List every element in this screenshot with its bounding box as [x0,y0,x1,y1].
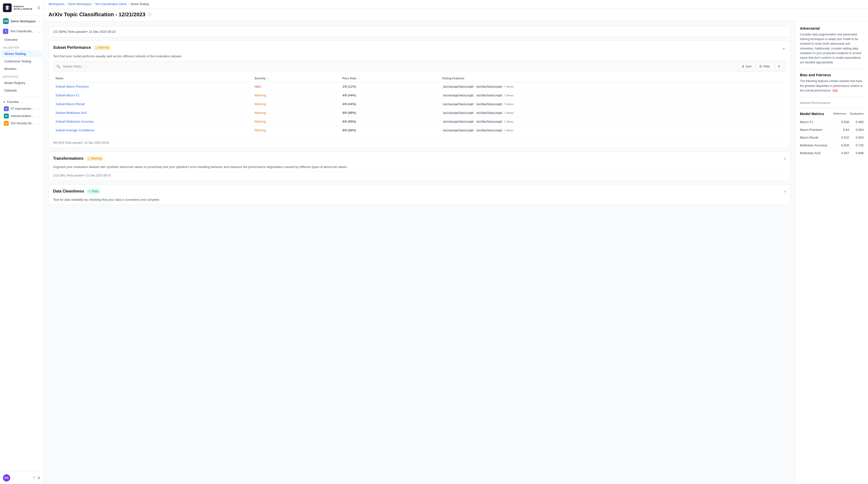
bias-fairness-title: Bias and Fairness [800,73,864,77]
metric-row: Macro Recall 0.522 0.454 [800,134,864,142]
fav-item[interactable]: M massimoaufiero-d... → [3,112,40,120]
section-title-row-trans: Transformations △ Warning [53,156,104,161]
project-item[interactable]: T Text Classificatio... ... [0,27,43,36]
feature-tag: text.MaxTokenLength [475,120,503,123]
others-tag: 7 others [504,120,514,123]
section-header-transformations[interactable]: Transformations △ Warning › [49,152,790,165]
nav-item-overview[interactable]: Overview [1,36,42,43]
nav-item-continuous-testing[interactable]: Continuous Testing [1,58,42,65]
metric-name: Multiclass Accuracy [800,143,835,147]
fav-name: ST improvements ... [11,107,35,110]
failing-features-cell: text.AverageTokenLengthtext.MaxTokenLeng… [440,100,786,109]
subset-perf-label: Subset Performance [800,101,864,105]
breadcrumb-text-classification[interactable]: Text Classification Demo [95,2,127,6]
failing-features-cell: text.AverageTokenLengthtext.MaxTokenLeng… [440,109,786,117]
metric-evaluation: 0.898 [849,151,864,155]
test-name-link[interactable]: Subset Macro Recall [56,102,85,106]
metric-reference: 0.64 [835,128,849,132]
fav-avatar: S [4,106,9,111]
main-content: Workspaces / Demo Workspace / Text Class… [44,0,868,484]
severity-cell: Alert [252,82,340,91]
chevron-down-icon: ⌄ [21,101,24,104]
favorites-header[interactable]: ★ Favorites ⌄ [3,100,40,104]
test-name-link[interactable]: Subset Average Confidence [56,129,95,132]
project-menu-icon[interactable]: ... [38,29,40,33]
metric-row: Multiclass Accuracy 0.826 0.725 [800,142,864,149]
metric-name: Macro Recall [800,136,835,139]
section-header-cleanliness[interactable]: Data Cleanliness ✓ Pass › [49,184,790,198]
fav-item[interactable]: G GAI Security Demo → [3,120,40,127]
metric-name: Macro Precision [800,128,835,132]
nav-item-datasets[interactable]: Datasets [1,87,42,94]
section-desc-subset: Test that your model performs equally we… [49,54,790,61]
fav-name: GAI Security Demo [11,122,35,125]
search-input[interactable] [63,64,737,68]
search-icon: 🔍 [56,64,60,68]
section-title-row: Subset Performance △ Warning [53,45,111,50]
nav-item-model-registry[interactable]: Model Registry [1,79,42,86]
workspace-avatar: DW [3,18,9,24]
project-name: Text Classificatio... [10,30,36,33]
pass-rate-cell: 4/9 (44%) [340,91,440,100]
fav-name: massimoaufiero-d... [11,114,35,118]
logo-icon [3,3,12,12]
metric-reference: 0.522 [835,136,849,139]
info-icon[interactable]: ⓘ [148,12,152,17]
main-panel: 1/2 (50%) Tests passed • 21 Dec 2023 09:… [44,21,795,484]
settings-button[interactable]: ⚙ [775,63,783,70]
checkmark-icon: ✓ [89,190,91,193]
section-title-transformations: Transformations [53,156,84,161]
fav-item[interactable]: S ST improvements ... → [3,105,40,112]
warning-triangle-icon: △ [88,157,90,160]
pass-rate-cell: 8/9 (89%) [340,109,440,117]
col-pass-rate[interactable]: Pass Rate ↑ [340,75,440,82]
feature-tag: text.MaxTokenLength [475,103,503,106]
metric-row: Multiclass AUC 0.937 0.898 [800,149,864,157]
col-evaluation-label: Evaluation [850,112,864,115]
feature-tag: text.MaxTokenLength [475,94,503,97]
sidebar-toggle[interactable]: ☰ [37,6,40,10]
section-subset-performance: Subset Performance △ Warning ⌄ Test that… [49,40,790,148]
fav-avatar: G [4,121,9,126]
feature-tag: text.AverageTokenLength [442,85,475,88]
badge-warning-subset: △ Warning [93,45,111,50]
metric-evaluation: 0.454 [849,136,864,139]
col-reference-label: Reference [833,112,846,115]
right-divider-2 [800,97,864,97]
test-name-link[interactable]: Subset Macro Precision [56,85,89,88]
highlight-text: text [832,89,838,92]
sort-button[interactable]: ⇵ Sort [739,63,754,70]
feature-tag: text.AverageTokenLength [442,129,475,132]
test-name-link[interactable]: Subset Multiclass Accuracy [56,120,94,123]
share-icon[interactable]: → [37,122,39,125]
pass-rate-cell: 1/9 (11%) [340,82,440,91]
nav-item-stress-testing[interactable]: Stress Testing [1,50,42,57]
col-failing-features: Failing Features [440,75,786,82]
user-avatar[interactable]: KK [3,474,10,482]
others-tag: 7 others [504,103,514,106]
feature-tag: text.MaxTokenLength [475,111,503,115]
right-panel: Adversarial Consider data augmentation a… [795,21,868,484]
col-severity[interactable]: Severity ↓ [252,75,340,82]
help-icon[interactable]: ? [33,476,35,480]
chevron-right-icon: › [784,188,786,194]
table-row: Subset Average Confidence Warning 8/9 (8… [53,126,786,135]
section-transformations: Transformations △ Warning › Augment your… [49,151,790,181]
share-icon[interactable]: → [37,114,39,118]
feature-tag: text.AverageTokenLength [442,111,475,115]
filter-button[interactable]: ☰ Filter [756,63,773,70]
sidebar: ROBUST INTELLIGENCE ☰ DW Demo Workspace … [0,0,44,484]
test-name-link[interactable]: Subset Multiclass AUC [56,111,88,115]
settings-icon[interactable]: ⚙ [37,476,40,480]
test-name-link[interactable]: Subset Macro F1 [56,93,80,97]
share-icon[interactable]: → [37,107,39,110]
workspace-selector[interactable]: DW Demo Workspace ⌄ [0,16,43,27]
section-header-subset[interactable]: Subset Performance △ Warning ⌄ [49,41,790,54]
breadcrumb-workspaces[interactable]: Workspaces [49,2,64,6]
nav-item-monitors[interactable]: Monitors [1,65,42,72]
breadcrumb-demo-workspace[interactable]: Demo Workspace [68,2,91,6]
workspace-name: Demo Workspace [11,20,36,23]
pass-rate-cell: 4/9 (44%) [340,100,440,109]
nav-section-artifacts: ARTIFACTS [0,73,43,79]
metric-row: Macro F1 0.538 0.465 [800,118,864,126]
